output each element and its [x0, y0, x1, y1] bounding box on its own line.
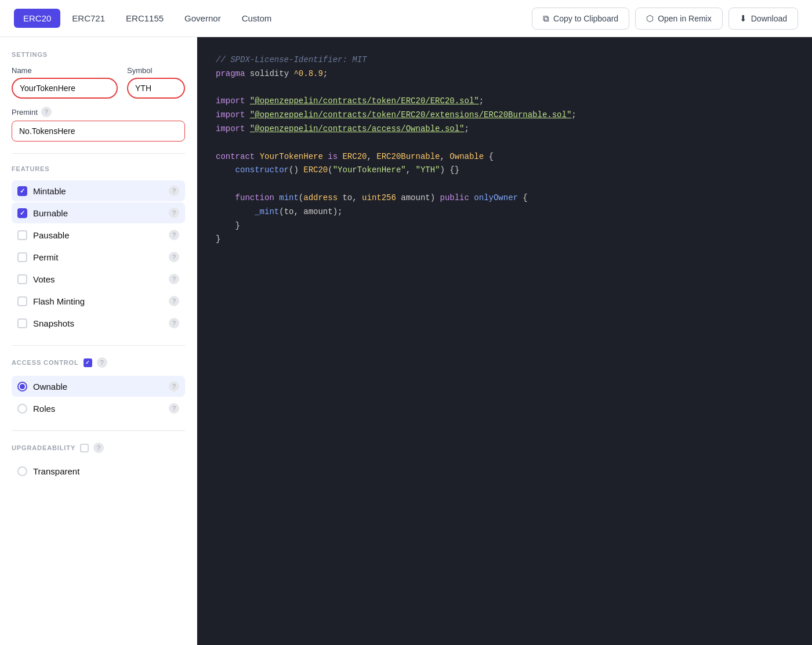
mintable-help-icon[interactable]: ?: [169, 186, 179, 196]
upgradeability-section: UPGRADEABILITY ? Transparent: [12, 443, 185, 481]
main-layout: SETTINGS Name Symbol Premint ?: [0, 37, 812, 645]
code-line-close-contract: }: [216, 233, 793, 247]
download-icon: ⬇: [740, 13, 747, 24]
access-control-section: ACCESS CONTROL ? Ownable ? Roles ?: [12, 357, 185, 419]
radio-roles: Roles ?: [12, 398, 185, 419]
roles-radio[interactable]: [17, 404, 27, 414]
header-actions: ⧉ Copy to Clipboard ⬡ Open in Remix ⬇ Do…: [532, 8, 798, 30]
code-line-blank-2: [216, 136, 793, 150]
features-label: FEATURES: [12, 165, 185, 172]
votes-help-icon[interactable]: ?: [169, 274, 179, 284]
copy-to-clipboard-button[interactable]: ⧉ Copy to Clipboard: [532, 8, 629, 30]
open-in-remix-button[interactable]: ⬡ Open in Remix: [635, 8, 723, 30]
roles-help-icon[interactable]: ?: [169, 403, 179, 414]
upgradeability-label: UPGRADEABILITY: [12, 444, 75, 451]
feature-flash-minting: Flash Minting ?: [12, 291, 185, 311]
radio-transparent: Transparent: [12, 461, 185, 481]
code-line-function: function mint(address to, uint256 amount…: [216, 191, 793, 205]
mintable-checkbox[interactable]: [17, 186, 27, 196]
code-line-close-fn: }: [216, 219, 793, 233]
burnable-label: Burnable: [33, 208, 68, 218]
pausable-label: Pausable: [33, 230, 70, 240]
snapshots-help-icon[interactable]: ?: [169, 318, 179, 328]
ownable-help-icon[interactable]: ?: [169, 381, 179, 392]
tab-erc721[interactable]: ERC721: [63, 9, 114, 28]
premint-input[interactable]: [12, 121, 185, 142]
access-control-checkbox[interactable]: [84, 358, 92, 367]
tab-erc1155[interactable]: ERC1155: [117, 9, 173, 28]
access-control-help-icon[interactable]: ?: [97, 357, 107, 368]
premint-help-icon[interactable]: ?: [41, 107, 52, 117]
premint-label-row: Premint ?: [12, 107, 185, 117]
divider-3: [12, 430, 185, 431]
transparent-radio[interactable]: [17, 466, 27, 476]
upgradeability-help-icon[interactable]: ?: [93, 443, 104, 453]
code-line-import-1: import "@openzeppelin/contracts/token/ER…: [216, 95, 793, 108]
ownable-radio[interactable]: [17, 382, 27, 392]
code-line-1: // SPDX-License-Identifier: MIT: [216, 53, 793, 67]
settings-label: SETTINGS: [12, 51, 185, 58]
feature-pausable: Pausable ?: [12, 224, 185, 245]
premint-input-wrap: [12, 121, 185, 142]
transparent-label: Transparent: [33, 466, 79, 476]
name-symbol-row: Name Symbol: [12, 66, 185, 99]
ownable-label: Ownable: [33, 382, 67, 392]
copy-label: Copy to Clipboard: [553, 14, 618, 23]
feature-mintable: Mintable ?: [12, 180, 185, 201]
flash-minting-checkbox[interactable]: [17, 296, 27, 306]
remix-icon: ⬡: [646, 13, 654, 24]
access-control-label: ACCESS CONTROL: [12, 359, 79, 366]
symbol-field-group: Symbol: [127, 66, 185, 99]
pausable-checkbox[interactable]: [17, 230, 27, 240]
snapshots-label: Snapshots: [33, 318, 74, 328]
pausable-help-icon[interactable]: ?: [169, 230, 179, 240]
votes-checkbox[interactable]: [17, 274, 27, 284]
name-field-group: Name: [12, 66, 118, 99]
code-line-constructor: constructor() ERC20("YourTokenHere", "YT…: [216, 164, 793, 177]
divider-2: [12, 345, 185, 346]
features-section: FEATURES Mintable ? Burnable ?: [12, 165, 185, 334]
download-label: Download: [751, 14, 787, 23]
code-line-import-2: import "@openzeppelin/contracts/token/ER…: [216, 108, 793, 122]
radio-ownable: Ownable ?: [12, 376, 185, 397]
premint-label: Premint: [12, 108, 38, 117]
feature-burnable: Burnable ?: [12, 202, 185, 223]
snapshots-checkbox[interactable]: [17, 318, 27, 328]
nav-tabs: ERC20 ERC721 ERC1155 Governor Custom: [14, 9, 532, 28]
burnable-checkbox[interactable]: [17, 208, 27, 218]
burnable-help-icon[interactable]: ?: [169, 208, 179, 218]
code-line-import-3: import "@openzeppelin/contracts/access/O…: [216, 122, 793, 136]
premint-section: Premint ?: [12, 107, 185, 142]
flash-minting-help-icon[interactable]: ?: [169, 296, 179, 306]
name-label: Name: [12, 66, 118, 75]
permit-label: Permit: [33, 252, 58, 262]
upgradeability-checkbox[interactable]: [80, 444, 89, 452]
permit-checkbox[interactable]: [17, 252, 27, 262]
tab-erc20[interactable]: ERC20: [14, 9, 60, 28]
name-input[interactable]: [12, 78, 118, 99]
permit-help-icon[interactable]: ?: [169, 252, 179, 262]
tab-custom[interactable]: Custom: [233, 9, 281, 28]
flash-minting-label: Flash Minting: [33, 296, 85, 306]
roles-label: Roles: [33, 404, 55, 414]
feature-votes: Votes ?: [12, 269, 185, 289]
tab-governor[interactable]: Governor: [175, 9, 230, 28]
remix-label: Open in Remix: [658, 14, 712, 23]
votes-label: Votes: [33, 274, 55, 284]
code-line-mint: _mint(to, amount);: [216, 205, 793, 219]
symbol-label: Symbol: [127, 66, 185, 75]
mintable-label: Mintable: [33, 186, 66, 196]
code-line-2: pragma solidity ^0.8.9;: [216, 67, 793, 81]
divider-1: [12, 153, 185, 154]
feature-snapshots: Snapshots ?: [12, 313, 185, 334]
sidebar: SETTINGS Name Symbol Premint ?: [0, 37, 197, 645]
header: ERC20 ERC721 ERC1155 Governor Custom ⧉ C…: [0, 0, 812, 37]
copy-icon: ⧉: [543, 13, 549, 24]
code-line-blank-1: [216, 81, 793, 95]
download-button[interactable]: ⬇ Download: [728, 8, 798, 30]
symbol-input[interactable]: [127, 78, 185, 99]
code-panel: // SPDX-License-Identifier: MIT pragma s…: [197, 37, 812, 645]
code-line-blank-3: [216, 177, 793, 191]
code-line-contract: contract YourTokenHere is ERC20, ERC20Bu…: [216, 150, 793, 164]
feature-permit: Permit ?: [12, 247, 185, 267]
